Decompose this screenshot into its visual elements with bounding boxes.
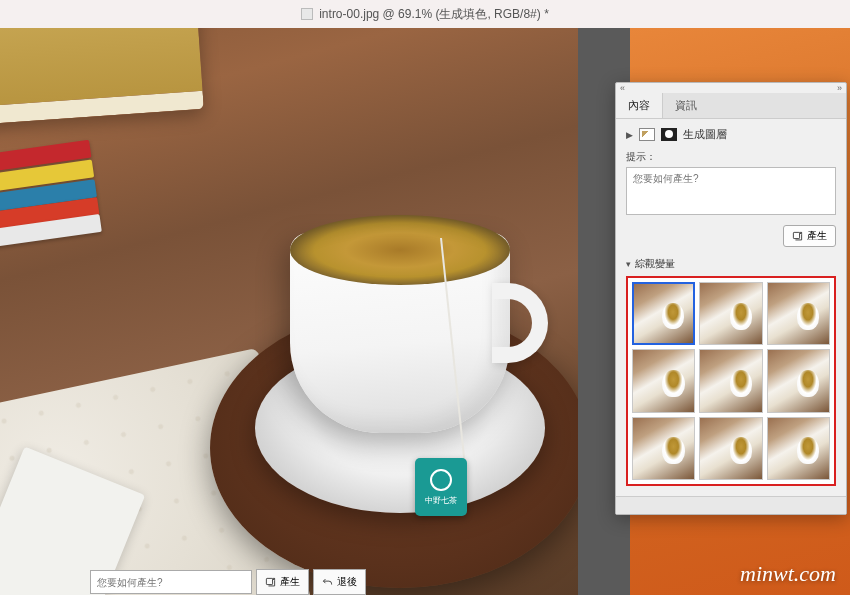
canvas[interactable]: 中野七茶 產生 退後 — [0, 28, 578, 595]
variations-header-label: 綜觀變量 — [635, 257, 675, 271]
variation-thumb-3[interactable] — [767, 282, 830, 345]
variation-thumb-8[interactable] — [699, 417, 762, 480]
photo-teabag-tag: 中野七茶 — [415, 458, 467, 516]
watermark: minwt.com — [740, 561, 836, 587]
prompt-input[interactable] — [626, 167, 836, 215]
generate-button[interactable]: 產生 — [783, 225, 836, 247]
contextual-taskbar: 產生 退後 — [90, 569, 366, 595]
panel-footer — [616, 496, 846, 514]
prompt-input-bottom[interactable] — [90, 570, 252, 594]
layer-row: ▶ 生成圖層 — [626, 127, 836, 142]
chevron-right-icon[interactable]: ▶ — [626, 130, 633, 140]
variation-thumb-1[interactable] — [632, 282, 695, 345]
generate-icon — [792, 231, 803, 242]
variation-thumb-4[interactable] — [632, 349, 695, 412]
variation-thumb-5[interactable] — [699, 349, 762, 412]
back-button-label: 退後 — [337, 575, 357, 589]
prompt-label: 提示： — [626, 150, 836, 164]
photo-books — [0, 28, 220, 318]
tab-content[interactable]: 內容 — [616, 93, 663, 118]
variations-header[interactable]: ▾ 綜觀變量 — [626, 257, 836, 271]
document-title: intro-00.jpg @ 69.1% (生成填色, RGB/8#) * — [319, 6, 549, 23]
panel-collapse-icon[interactable]: « — [620, 83, 625, 93]
generate-button-bottom[interactable]: 產生 — [256, 569, 309, 595]
generate-button-label: 產生 — [807, 229, 827, 243]
variations-grid — [626, 276, 836, 486]
tab-info[interactable]: 資訊 — [663, 93, 709, 118]
layer-thumbnail-icon[interactable] — [639, 128, 655, 141]
variation-thumb-7[interactable] — [632, 417, 695, 480]
back-button[interactable]: 退後 — [313, 569, 366, 595]
properties-panel: « » 內容 資訊 ▶ 生成圖層 提示： 產生 ▾ 綜觀變量 — [615, 82, 847, 515]
layer-name: 生成圖層 — [683, 127, 727, 142]
generate-button-bottom-label: 產生 — [280, 575, 300, 589]
svg-rect-0 — [266, 578, 272, 584]
layer-mask-icon[interactable] — [661, 128, 677, 141]
undo-icon — [322, 577, 333, 588]
generate-icon — [265, 577, 276, 588]
panel-tabs: 內容 資訊 — [616, 93, 846, 119]
svg-rect-1 — [793, 232, 799, 238]
photo-teacup — [290, 193, 510, 433]
panel-expand-icon[interactable]: » — [837, 83, 842, 93]
variation-thumb-9[interactable] — [767, 417, 830, 480]
window-titlebar: intro-00.jpg @ 69.1% (生成填色, RGB/8#) * — [0, 0, 850, 28]
document-icon — [301, 8, 313, 20]
chevron-down-icon: ▾ — [626, 259, 631, 269]
variation-thumb-2[interactable] — [699, 282, 762, 345]
variation-thumb-6[interactable] — [767, 349, 830, 412]
